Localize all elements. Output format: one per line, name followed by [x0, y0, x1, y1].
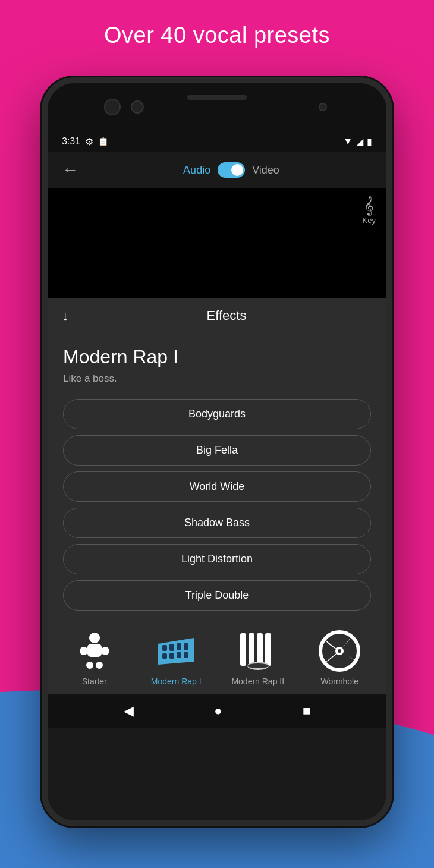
starter-tab-icon [77, 630, 112, 672]
wifi-icon: ▼ [343, 136, 353, 147]
svg-rect-16 [249, 633, 254, 666]
phone-frame: 3:31 ⚙ 📋 ▼ ◢ ▮ ← Audio Video 𝄞 Key ↓ Eff… [42, 77, 392, 826]
svg-point-0 [89, 633, 100, 643]
camera-left [104, 99, 121, 115]
camera-right [131, 100, 144, 114]
tab-wormhole-label: Wormhole [320, 677, 358, 686]
recent-system-button[interactable]: ■ [303, 703, 310, 719]
toggle-switch[interactable] [218, 162, 245, 178]
svg-point-5 [96, 662, 103, 669]
preset-button-bodyguards[interactable]: Bodyguards [63, 399, 371, 429]
tab-modern-rap-1[interactable]: Modern Rap I [136, 630, 218, 686]
svg-rect-17 [257, 633, 263, 666]
preset-button-world-wide[interactable]: World Wide [63, 471, 371, 502]
collapse-icon[interactable]: ↓ [62, 307, 69, 324]
svg-rect-8 [169, 644, 174, 651]
system-nav: ◀ ● ■ [48, 694, 386, 728]
svg-point-20 [247, 663, 269, 668]
tab-modern-rap-2-label: Modern Rap II [231, 677, 284, 686]
tab-starter[interactable]: Starter [54, 630, 136, 686]
video-preview: 𝄞 Key [48, 188, 386, 298]
tab-starter-label: Starter [82, 677, 107, 686]
preset-button-light-distortion[interactable]: Light Distortion [63, 544, 371, 574]
front-camera [319, 103, 327, 111]
effects-title: Effects [81, 308, 372, 323]
svg-rect-13 [177, 652, 181, 658]
svg-point-2 [101, 647, 109, 655]
preset-button-shadow-bass[interactable]: Shadow Bass [63, 508, 371, 538]
tab-modern-rap-2[interactable]: Modern Rap II [217, 630, 299, 686]
svg-rect-10 [184, 643, 188, 650]
wormhole-icon [319, 630, 360, 672]
back-button[interactable]: ← [62, 161, 78, 180]
svg-point-23 [338, 649, 341, 653]
key-music-icon: 𝄞 [364, 196, 374, 216]
svg-rect-18 [265, 633, 271, 666]
bottom-nav: Starter Modern Rap I [48, 619, 386, 694]
header-title: Over 40 vocal presets [0, 23, 434, 48]
speaker-bar [187, 95, 247, 100]
key-label: Key [363, 216, 376, 225]
app-nav: ← Audio Video [48, 152, 386, 188]
svg-point-1 [80, 647, 88, 655]
modern-rap-1-icon [155, 630, 197, 672]
effects-header: ↓ Effects [48, 298, 386, 334]
svg-rect-11 [162, 653, 167, 659]
video-label[interactable]: Video [252, 164, 279, 177]
preset-list: Bodyguards Big Fella World Wide Shadow B… [48, 393, 386, 619]
svg-rect-15 [240, 633, 246, 666]
status-bar: 3:31 ⚙ 📋 ▼ ◢ ▮ [48, 131, 386, 152]
tab-wormhole[interactable]: Wormhole [299, 630, 381, 686]
time-display: 3:31 [62, 136, 80, 147]
svg-marker-6 [158, 638, 194, 665]
home-system-button[interactable]: ● [214, 703, 222, 719]
svg-rect-7 [162, 645, 167, 651]
svg-rect-3 [87, 644, 102, 657]
svg-rect-12 [169, 653, 174, 659]
svg-point-4 [86, 662, 93, 669]
signal-icon: ◢ [356, 136, 363, 147]
settings-icon: ⚙ [85, 136, 93, 147]
key-button[interactable]: 𝄞 Key [363, 196, 376, 225]
back-system-button[interactable]: ◀ [124, 703, 134, 719]
svg-rect-9 [177, 643, 181, 650]
preset-name: Modern Rap I [63, 346, 371, 368]
sim-icon: 📋 [98, 137, 108, 146]
status-right: ▼ ◢ ▮ [343, 136, 372, 147]
toggle-knob [231, 164, 243, 176]
modern-rap-2-icon [237, 630, 279, 672]
battery-icon: ▮ [367, 136, 372, 147]
audio-label[interactable]: Audio [183, 164, 210, 177]
preset-button-big-fella[interactable]: Big Fella [63, 435, 371, 466]
tab-modern-rap-1-label: Modern Rap I [151, 677, 202, 686]
phone-top-bar [48, 83, 386, 131]
preset-description: Like a boss. [63, 373, 371, 385]
svg-rect-14 [184, 652, 188, 658]
status-left: 3:31 ⚙ 📋 [62, 136, 108, 147]
preset-info: Modern Rap I Like a boss. [48, 334, 386, 393]
preset-button-triple-double[interactable]: Triple Double [63, 580, 371, 611]
audio-video-toggle: Audio Video [90, 162, 372, 178]
